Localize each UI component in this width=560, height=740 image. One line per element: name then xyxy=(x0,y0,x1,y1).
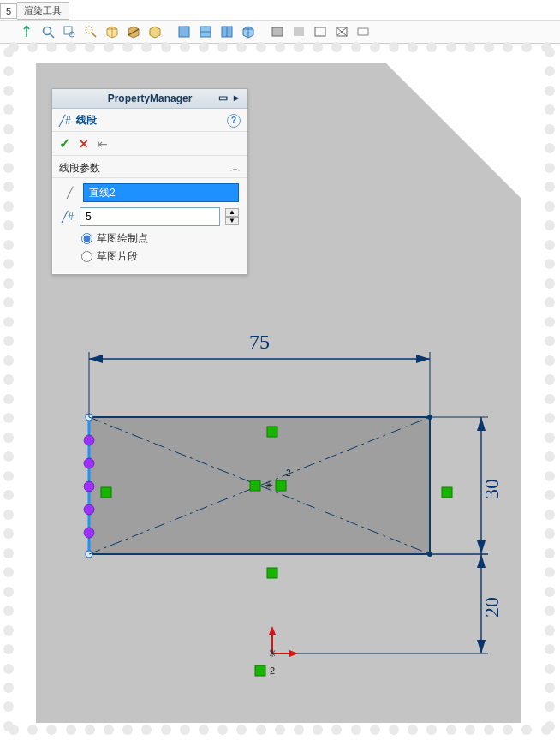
more-views-icon[interactable] xyxy=(354,22,372,41)
sketch-rectangle xyxy=(89,417,430,554)
view-toolbar xyxy=(0,20,560,44)
view-top-icon[interactable] xyxy=(196,22,215,41)
segment-division-points xyxy=(84,435,94,538)
svg-text:✳: ✳ xyxy=(265,480,273,492)
svg-rect-40 xyxy=(255,665,265,676)
dimension-width-label: 75 xyxy=(249,333,270,353)
svg-rect-8 xyxy=(294,27,304,36)
svg-marker-26 xyxy=(477,640,486,653)
svg-point-3 xyxy=(86,27,92,33)
svg-marker-25 xyxy=(477,554,486,568)
count-icon: ╱# xyxy=(61,211,74,223)
entity-input[interactable] xyxy=(83,183,239,202)
svg-rect-28 xyxy=(276,480,286,491)
section-header[interactable]: 线段参数 ︿ xyxy=(52,156,247,178)
radio-sketch-points-input[interactable] xyxy=(81,233,92,244)
zoom-select-icon[interactable] xyxy=(81,22,100,41)
svg-text:✳: ✳ xyxy=(268,648,277,659)
radio-sketch-points-label: 草图绘制点 xyxy=(97,231,148,246)
cancel-button[interactable]: ✕ xyxy=(79,137,89,151)
endpoint xyxy=(86,414,92,421)
chevron-up-icon: ︿ xyxy=(230,161,241,176)
shaded-edges-icon[interactable] xyxy=(268,22,287,41)
pm-title: PropertyManager ▭ ▸ xyxy=(52,89,247,109)
hidden-removed-icon[interactable] xyxy=(311,22,330,41)
pin-button[interactable]: ⇤ xyxy=(98,137,108,151)
svg-marker-21 xyxy=(477,540,486,554)
svg-marker-20 xyxy=(477,417,486,431)
line-entity-icon: ╱ xyxy=(61,187,78,199)
graphics-viewport[interactable]: PropertyManager ▭ ▸ ╱# 线段 ? ✓ ✕ ⇤ 线段参数 xyxy=(36,63,521,723)
stamp-border-frame: for(let i=0;i<29;i++)document.write('<di… xyxy=(9,47,551,731)
count-spinner[interactable]: ▲ ▼ xyxy=(225,208,239,225)
center-marker-label: 2 xyxy=(286,468,291,478)
svg-marker-16 xyxy=(416,355,430,363)
ok-button[interactable]: ✓ xyxy=(59,135,70,152)
trimetric-icon[interactable] xyxy=(103,22,122,41)
dimension-width: 75 xyxy=(89,333,430,417)
dimension-height: 30 xyxy=(430,417,503,554)
count-spin-down[interactable]: ▼ xyxy=(225,217,239,225)
center-point-cluster: ✳ 2 xyxy=(250,468,291,492)
section-icon[interactable] xyxy=(124,22,143,41)
svg-point-0 xyxy=(44,27,51,35)
property-manager-panel: PropertyManager ▭ ▸ ╱# 线段 ? ✓ ✕ ⇤ 线段参数 xyxy=(51,88,248,275)
radio-sketch-segments-input[interactable] xyxy=(81,251,92,262)
dimension-offset: 20 xyxy=(284,554,503,653)
relation-handle xyxy=(442,487,452,498)
count-spin-up[interactable]: ▲ xyxy=(225,208,239,217)
relation-handle xyxy=(267,568,277,578)
svg-rect-4 xyxy=(179,27,189,37)
wireframe-icon[interactable] xyxy=(332,22,351,41)
view-right-icon[interactable] xyxy=(217,22,236,41)
tab-render-tools[interactable]: 渲染工具 xyxy=(17,2,69,20)
view-front-icon[interactable] xyxy=(175,22,194,41)
svg-point-31 xyxy=(84,458,94,468)
shaded-icon[interactable] xyxy=(289,22,308,41)
radio-sketch-segments[interactable]: 草图片段 xyxy=(81,249,239,264)
centerline xyxy=(89,417,430,554)
endpoint xyxy=(86,551,92,558)
centerline xyxy=(89,417,430,554)
svg-point-32 xyxy=(84,481,94,492)
render-icon[interactable] xyxy=(146,22,164,41)
model-chamfer xyxy=(384,62,521,199)
svg-rect-9 xyxy=(315,27,325,36)
feature-label: 线段 xyxy=(76,113,97,128)
svg-point-33 xyxy=(84,504,94,515)
view-iso-icon[interactable] xyxy=(239,22,258,41)
relation-handle xyxy=(267,427,277,437)
tab-index: 5 xyxy=(0,3,17,19)
svg-point-34 xyxy=(84,528,94,538)
svg-marker-15 xyxy=(89,355,103,363)
corner-point xyxy=(427,415,432,420)
help-icon[interactable]: ? xyxy=(227,114,241,128)
relation-handle xyxy=(101,487,111,498)
zoom-area-icon[interactable] xyxy=(60,22,79,41)
origin-triad: ✳ 2 xyxy=(255,626,298,676)
svg-rect-7 xyxy=(272,27,283,36)
pm-title-text: PropertyManager xyxy=(108,92,193,104)
svg-marker-36 xyxy=(269,626,276,635)
pm-expand-icon[interactable]: ▸ xyxy=(230,92,242,104)
sketch-canvas: 75 30 20 xyxy=(36,333,521,722)
radio-sketch-points[interactable]: 草图绘制点 xyxy=(81,231,239,246)
pm-unpin-icon[interactable]: ▭ xyxy=(217,92,229,104)
corner-point xyxy=(427,552,432,557)
axis-arrow-icon[interactable] xyxy=(17,22,36,41)
section-title: 线段参数 xyxy=(59,161,100,176)
svg-rect-1 xyxy=(64,27,72,34)
dimension-height-label: 30 xyxy=(480,479,503,499)
svg-marker-38 xyxy=(289,650,298,657)
segment-count-input[interactable] xyxy=(80,207,220,226)
radio-sketch-segments-label: 草图片段 xyxy=(97,249,138,264)
svg-rect-27 xyxy=(250,480,260,491)
segment-icon: ╱# xyxy=(59,115,71,127)
svg-point-30 xyxy=(84,435,94,445)
svg-rect-11 xyxy=(358,28,368,35)
dimension-offset-label: 20 xyxy=(480,597,503,618)
zoom-fit-icon[interactable] xyxy=(39,22,57,41)
origin-marker-label: 2 xyxy=(270,665,275,676)
